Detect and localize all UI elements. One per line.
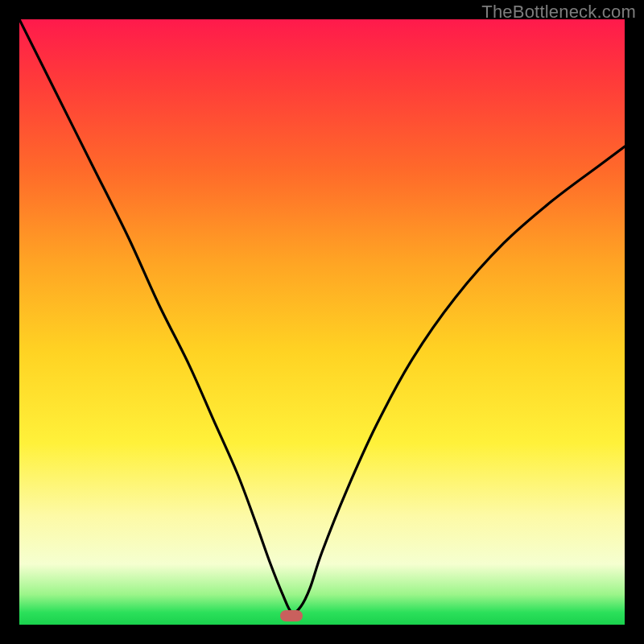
curve-path <box>19 19 625 613</box>
optimum-marker <box>280 610 303 621</box>
chart-frame: TheBottleneck.com <box>0 0 644 644</box>
bottleneck-curve <box>19 19 625 625</box>
plot-area <box>19 19 625 625</box>
watermark-text: TheBottleneck.com <box>481 2 636 23</box>
